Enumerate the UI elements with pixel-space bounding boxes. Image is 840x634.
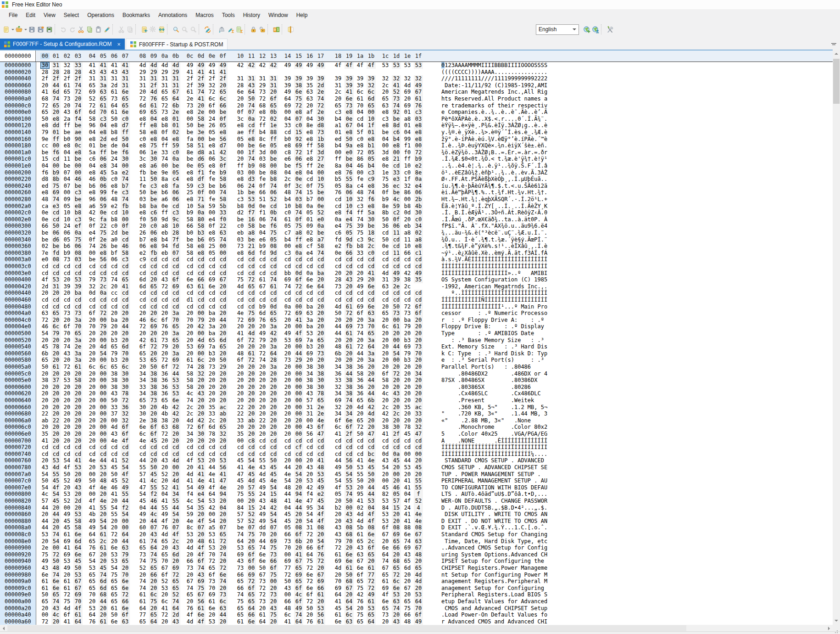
hex-byte[interactable]: 4f <box>196 551 206 558</box>
hex-byte[interactable]: cd <box>258 444 267 451</box>
hex-byte[interactable]: 00 <box>99 377 108 384</box>
hex-byte[interactable]: 53 <box>236 544 245 551</box>
hex-byte[interactable]: 74 <box>218 551 228 558</box>
hex-byte[interactable]: 61 <box>40 578 50 585</box>
row-ascii[interactable]: Parallel Port(s) : .80486 <box>441 364 547 370</box>
hex-byte[interactable]: 50 <box>345 464 354 471</box>
hex-byte[interactable]: 49 <box>40 558 50 565</box>
hex-byte[interactable]: f2 <box>121 505 130 511</box>
hex-byte[interactable]: 52 <box>121 477 130 484</box>
hex-byte[interactable]: 38 <box>160 417 169 424</box>
hex-byte[interactable]: cd <box>62 444 72 451</box>
hex-byte[interactable]: 6e <box>345 95 354 102</box>
hex-byte[interactable]: be <box>345 156 354 163</box>
hex-byte[interactable]: cd <box>121 444 130 451</box>
hex-byte[interactable]: 4d <box>414 572 423 578</box>
hex-byte[interactable]: 64 <box>305 551 314 558</box>
hex-byte[interactable]: cd <box>345 438 354 444</box>
hex-byte[interactable]: b6 <box>196 236 206 243</box>
hex-byte[interactable]: 20 <box>40 538 50 545</box>
hex-byte[interactable]: 15 <box>294 129 303 136</box>
hex-byte[interactable]: 74 <box>218 189 228 196</box>
hex-byte[interactable]: cd <box>334 438 343 444</box>
hex-byte[interactable]: 20 <box>247 431 256 438</box>
hex-byte[interactable]: cd <box>334 196 343 203</box>
hex-byte[interactable]: 43 <box>381 457 390 464</box>
hex-byte[interactable]: 65 <box>171 585 180 592</box>
hex-byte[interactable]: b9 <box>414 156 423 163</box>
hex-byte[interactable]: 41 <box>316 457 325 464</box>
hex-byte[interactable]: 65 <box>294 565 303 572</box>
hex-byte[interactable]: 20 <box>149 578 158 585</box>
scroll-down-icon[interactable] <box>833 617 840 624</box>
hex-byte[interactable]: 75 <box>149 142 158 149</box>
hex-byte[interactable]: 00 <box>294 384 303 391</box>
hex-byte[interactable]: e8 <box>51 116 61 123</box>
hex-byte[interactable]: 43 <box>258 464 267 471</box>
hex-byte[interactable]: 69 <box>334 558 343 565</box>
hex-byte[interactable]: 20 <box>236 484 245 491</box>
vertical-scroll-thumb[interactable] <box>833 59 840 104</box>
hex-byte[interactable]: 6f <box>236 357 245 364</box>
hex-byte[interactable]: 28 <box>196 364 206 370</box>
hex-byte[interactable]: 67 <box>88 551 97 558</box>
hex-byte[interactable]: 44 <box>367 377 376 384</box>
row-ascii[interactable]: .¾¶.t&¾F.è”ýXè%.s!¹..èÏXâû¸,.Í.è <box>441 243 547 250</box>
hex-byte[interactable]: 49 <box>367 591 376 598</box>
row-ascii[interactable]: .Í.¾Æ.$0<0t.¾Ö.< t.¾æ.è'ÿ¾†.è!ÿ¹ <box>441 156 547 163</box>
hex-byte[interactable]: 53 <box>414 591 423 598</box>
hex-byte[interactable]: ba <box>403 317 412 324</box>
hex-byte[interactable]: 39 <box>196 82 206 89</box>
hex-byte[interactable]: 6f <box>247 558 256 565</box>
hex-byte[interactable]: 38 <box>305 364 314 370</box>
hex-byte[interactable]: ae <box>73 129 83 136</box>
hex-byte[interactable]: 00 <box>51 163 61 169</box>
hex-byte[interactable]: 72 <box>149 343 158 350</box>
hex-byte[interactable]: 6b <box>294 538 303 545</box>
hex-byte[interactable]: 20 <box>392 612 401 618</box>
hex-byte[interactable]: 52 <box>269 196 278 203</box>
hex-byte[interactable]: 41 <box>356 457 365 464</box>
hex-byte[interactable]: 6f <box>160 364 169 370</box>
hex-byte[interactable]: 22 <box>99 223 108 230</box>
hex-byte[interactable]: e8 <box>99 250 108 257</box>
hex-byte[interactable]: c7 <box>283 230 292 236</box>
hex-byte[interactable]: 49 <box>196 62 206 69</box>
hex-byte[interactable]: 53 <box>367 605 376 612</box>
hex-byte[interactable]: 65 <box>218 531 228 538</box>
row-ascii[interactable]: y.¾®.è¸ÿXè..¾>.è®ÿ´ˆÍ.ès.è_.¾Æ.è <box>441 129 547 136</box>
hex-byte[interactable]: 29 <box>171 69 180 76</box>
hex-byte[interactable]: f4 <box>73 116 83 123</box>
hex-byte[interactable]: 6e <box>345 558 354 565</box>
hex-byte[interactable]: 20 <box>40 404 50 411</box>
hex-byte[interactable]: 00 <box>185 116 195 123</box>
row-ascii[interactable]: PERIPHERAL MANAGEMENT SETUP . AU <box>441 477 547 484</box>
hex-byte[interactable]: 65 <box>160 397 169 404</box>
hex-byte[interactable]: 58 <box>73 377 83 384</box>
hex-byte[interactable]: fe <box>110 189 119 196</box>
hex-byte[interactable]: 65 <box>236 578 245 585</box>
hex-byte[interactable]: e8 <box>218 129 228 136</box>
hex-byte[interactable]: 4f <box>121 438 130 444</box>
hex-byte[interactable]: 53 <box>392 62 401 69</box>
hex-byte[interactable]: 06 <box>138 243 147 250</box>
hex-byte[interactable]: e8 <box>414 122 423 129</box>
hex-byte[interactable]: be <box>316 230 325 236</box>
hex-byte[interactable]: 60 <box>138 524 147 531</box>
row-ascii[interactable]: TUP . POWER MANAGEMENT SETUP . <box>441 471 547 478</box>
hex-byte[interactable]: 52 <box>247 518 256 525</box>
hex-byte[interactable]: 67 <box>356 558 365 565</box>
hex-byte[interactable]: 20 <box>283 317 292 324</box>
hex-byte[interactable]: 6d <box>138 276 147 283</box>
hex-byte[interactable]: 42 <box>381 410 390 417</box>
hex-byte[interactable]: 20 <box>403 384 412 391</box>
hex-byte[interactable]: 20 <box>88 384 97 391</box>
hex-byte[interactable]: 4 <box>414 505 423 511</box>
hex-byte[interactable]: 45 <box>316 498 325 505</box>
hex-byte[interactable]: cd <box>381 263 390 270</box>
hex-byte[interactable]: 53 <box>62 558 72 565</box>
hex-byte[interactable]: 20 <box>316 323 325 330</box>
hex-byte[interactable]: 20 <box>171 343 180 350</box>
hex-byte[interactable]: c8 <box>283 149 292 156</box>
hex-byte[interactable]: cd <box>345 290 354 297</box>
